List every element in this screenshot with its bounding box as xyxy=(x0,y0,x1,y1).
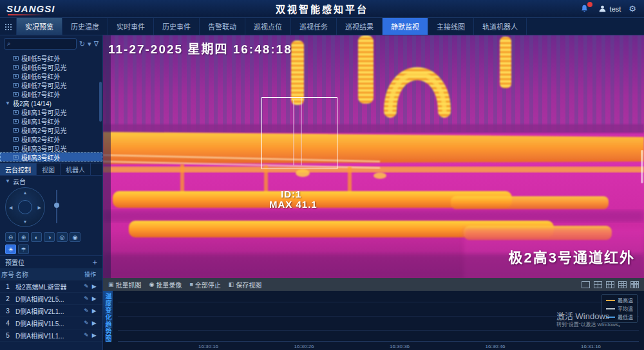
tree-item-label: 极Ⅱ低6号可见光 xyxy=(21,62,66,72)
tree-item-camera[interactable]: 极Ⅱ高1号可见光 xyxy=(0,107,102,116)
tree-item-camera[interactable]: 极Ⅱ高2号可见光 xyxy=(0,125,102,134)
tree-item-camera[interactable]: 极Ⅱ低6号红外 xyxy=(0,71,102,80)
add-preset-button[interactable]: + xyxy=(92,257,97,267)
tab-rail-robot[interactable]: 轨道机器人 xyxy=(474,18,527,35)
channel-name-label: 极2高3号通道红外 xyxy=(509,246,635,266)
filter-icon[interactable]: ∇ xyxy=(94,41,99,48)
tab-patrol-points[interactable]: 巡视点位 xyxy=(245,18,291,35)
layout-9-icon[interactable] xyxy=(618,281,627,288)
arrow-right-icon[interactable]: ▶ xyxy=(38,205,41,210)
roi-rectangle[interactable] xyxy=(261,97,337,169)
slider-thumb[interactable] xyxy=(54,203,59,208)
tree-scrollbar[interactable] xyxy=(99,82,102,122)
watermark-line1: 激活 Windows xyxy=(556,311,623,322)
preset-name: D侧A相阀V1L5... xyxy=(15,318,78,328)
iris-open-button[interactable]: ◎ xyxy=(57,232,68,242)
arrow-down-icon[interactable]: ▼ xyxy=(23,219,28,224)
stop-all-button[interactable]: ■ 全部停止 xyxy=(189,280,220,290)
tab-ptz-control[interactable]: 云台控制 xyxy=(0,163,37,175)
nav-tab-bar: 实况预览 历史温度 实时事件 历史事件 告警联动 巡视点位 巡视任务 巡视结果 … xyxy=(0,18,644,35)
tab-history-temperature[interactable]: 历史温度 xyxy=(62,18,108,35)
legend-swatch xyxy=(606,300,615,301)
button-label: 全部停止 xyxy=(195,280,221,290)
settings-gear-icon[interactable]: ⚙ xyxy=(629,4,636,14)
wiper-button[interactable]: ☂ xyxy=(18,244,29,254)
tree-item-camera[interactable]: 极Ⅱ低6号可见光 xyxy=(0,62,102,71)
focus-near-button[interactable]: ◐ xyxy=(31,232,42,242)
preset-title: 预置位 xyxy=(5,257,24,267)
tree-item-camera[interactable]: 极Ⅱ低7号可见光 xyxy=(0,80,102,89)
ptz-center-button[interactable] xyxy=(18,200,32,214)
edit-preset-icon[interactable]: ✎ xyxy=(84,295,89,302)
x-tick: 16:30:26 xyxy=(294,344,314,349)
tab-patrol-results[interactable]: 巡视结果 xyxy=(337,18,383,35)
ptz-speed-slider[interactable] xyxy=(53,187,61,226)
tree-item-camera-selected[interactable]: 极Ⅱ高3号红外 xyxy=(0,152,102,161)
apps-menu-button[interactable] xyxy=(0,18,17,35)
ptz-button-row-1: ⊖ ⊕ ◐ ◑ ◎ ◉ xyxy=(0,231,102,243)
tab-alarm-linkage[interactable]: 告警联动 xyxy=(200,18,245,35)
arrow-left-icon[interactable]: ◀ xyxy=(9,205,12,210)
thermal-video-view[interactable]: 11-27-2025 星期四 16:48:18 ID:1 MAX 41.1 极2… xyxy=(103,35,644,278)
preset-row[interactable]: 5 D侧A相阀V1L1... ✎▶ xyxy=(0,329,102,342)
video-scrollbar[interactable] xyxy=(641,150,643,183)
iris-close-button[interactable]: ◉ xyxy=(70,232,80,242)
tree-item-camera[interactable]: 极Ⅱ低7号红外 xyxy=(0,89,102,98)
tree-item-camera[interactable]: 极Ⅱ高1号红外 xyxy=(0,116,102,125)
edit-preset-icon[interactable]: ✎ xyxy=(84,308,89,314)
preset-row[interactable]: 3 D侧A相阀V2L1... ✎▶ xyxy=(0,305,102,317)
light-button[interactable]: ☀ xyxy=(5,244,16,254)
preset-row[interactable]: 1 极2高端ML避雷器 ✎▶ xyxy=(0,281,102,293)
tree-item-camera[interactable]: 极Ⅱ高3号可见光 xyxy=(0,143,102,152)
x-tick: 16:30:16 xyxy=(198,344,218,349)
goto-preset-icon[interactable]: ▶ xyxy=(92,320,97,326)
tab-history-events[interactable]: 历史事件 xyxy=(154,18,200,35)
layout-1-icon[interactable] xyxy=(582,281,590,288)
ptz-direction-pad[interactable]: ▲ ▼ ◀ ▶ xyxy=(5,187,45,227)
tab-robot[interactable]: 机器人 xyxy=(61,163,91,175)
search-input[interactable] xyxy=(13,41,73,48)
preset-no: 5 xyxy=(0,332,15,339)
refresh-icon[interactable]: ↻ xyxy=(79,41,85,48)
preset-name: 极2高端ML避雷器 xyxy=(15,282,78,291)
watermark-line2: 转到“设置”以激活 Windows。 xyxy=(556,322,623,328)
preset-row[interactable]: 2 D侧A相阀V2L5... ✎▶ xyxy=(0,293,102,305)
goto-preset-icon[interactable]: ▶ xyxy=(92,283,97,290)
tree-item-label: 极Ⅱ高3号可见光 xyxy=(21,143,66,153)
zoom-out-button[interactable]: ⊖ xyxy=(5,232,16,242)
tree-group-ji2gao[interactable]: ▼极2高 (14/14) xyxy=(0,98,102,107)
save-view-button[interactable]: ◧ 保存视图 xyxy=(229,280,262,290)
ptz-section-header[interactable]: ▼ 云台 xyxy=(0,176,102,186)
preset-row[interactable]: 4 D侧A相阀V1L5... ✎▶ xyxy=(0,317,102,329)
notification-button[interactable] xyxy=(579,4,591,14)
focus-far-button[interactable]: ◑ xyxy=(44,232,55,242)
tree-item-camera[interactable]: 极Ⅱ低5号红外 xyxy=(0,53,102,62)
snapshot-icon: ▣ xyxy=(108,281,114,288)
edit-preset-icon[interactable]: ✎ xyxy=(84,320,89,326)
tree-item-label: 极Ⅱ高1号可见光 xyxy=(21,107,66,117)
edit-preset-icon[interactable]: ✎ xyxy=(84,283,89,290)
arrow-up-icon[interactable]: ▲ xyxy=(23,190,28,195)
chevron-down-icon[interactable]: ▾ xyxy=(88,41,91,48)
search-box[interactable]: ⌕ xyxy=(4,38,77,50)
zoom-in-button[interactable]: ⊕ xyxy=(18,232,29,242)
tab-view[interactable]: 视图 xyxy=(37,163,61,175)
layout-4-icon[interactable] xyxy=(594,281,602,288)
tree-item-camera[interactable]: 极Ⅱ高2号红外 xyxy=(0,134,102,143)
tab-patrol-tasks[interactable]: 巡视任务 xyxy=(291,18,337,35)
tab-silent-monitoring[interactable]: 静默监视 xyxy=(383,18,428,35)
layout-6-icon[interactable] xyxy=(606,281,614,288)
camera-icon xyxy=(13,110,19,115)
batch-record-button[interactable]: ◉ 批量录像 xyxy=(149,280,182,290)
goto-preset-icon[interactable]: ▶ xyxy=(92,295,97,302)
goto-preset-icon[interactable]: ▶ xyxy=(92,308,97,314)
edit-preset-icon[interactable]: ✎ xyxy=(84,332,89,338)
goto-preset-icon[interactable]: ▶ xyxy=(92,332,97,338)
tree-item-label: 极Ⅱ低7号可见光 xyxy=(21,80,66,90)
user-menu[interactable]: test xyxy=(598,5,621,13)
tab-main-wiring-diagram[interactable]: 主接线图 xyxy=(428,18,474,35)
batch-snapshot-button[interactable]: ▣ 批量抓图 xyxy=(108,280,142,290)
tab-realtime-events[interactable]: 实时事件 xyxy=(108,18,154,35)
tab-live-preview[interactable]: 实况预览 xyxy=(17,18,62,35)
layout-16-icon[interactable] xyxy=(630,281,639,288)
